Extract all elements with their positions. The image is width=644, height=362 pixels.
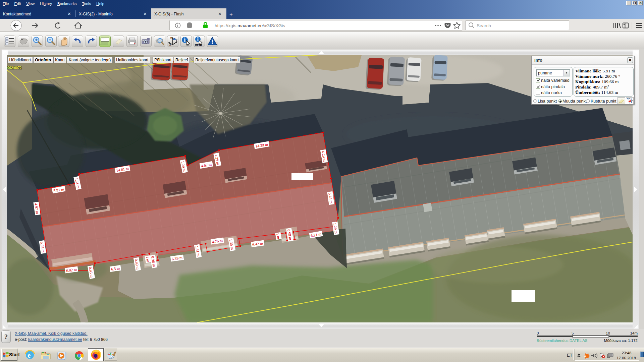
- svg-text:002:0072: 002:0072: [7, 66, 22, 70]
- svg-text:Y: Y: [176, 39, 177, 41]
- svg-text:META: META: [195, 44, 202, 47]
- svg-text:https://xgis.maaamet.ee/xGIS/X: https://xgis.maaamet.ee/xGIS/XGis: [215, 23, 285, 28]
- svg-text:5: 5: [572, 331, 574, 335]
- svg-text:e: e: [28, 351, 31, 359]
- svg-text:X: X: [169, 44, 171, 46]
- svg-text:10: 10: [606, 331, 610, 335]
- svg-text:H: H: [170, 37, 172, 39]
- svg-text:Mõõtkava ca: 1:172: Mõõtkava ca: 1:172: [604, 339, 638, 343]
- svg-text:14m: 14m: [630, 331, 638, 335]
- svg-text:0: 0: [537, 331, 539, 335]
- svg-text:Süsteemilahendus DATEL AS: Süsteemilahendus DATEL AS: [537, 339, 588, 343]
- svg-text:Search: Search: [477, 23, 491, 28]
